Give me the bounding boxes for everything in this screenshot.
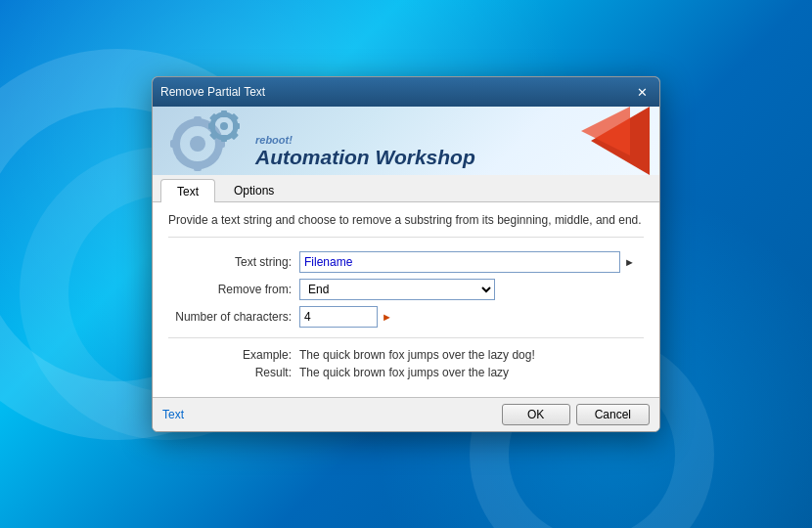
num-chars-container: ►	[299, 306, 620, 328]
example-value: The quick brown fox jumps over the lazy …	[299, 348, 644, 362]
num-chars-label: Number of characters:	[168, 310, 295, 324]
example-label: Example:	[168, 348, 295, 362]
result-label: Result:	[168, 366, 295, 379]
text-string-label: Text string:	[168, 255, 295, 269]
num-chars-arrow-icon[interactable]: ►	[382, 311, 392, 323]
description-text: Provide a text string and choose to remo…	[168, 212, 644, 238]
remove-from-label: Remove from:	[168, 283, 295, 296]
svg-rect-13	[221, 135, 227, 142]
result-value: The quick brown fox jumps over the lazy	[299, 366, 644, 379]
panel-content: Provide a text string and choose to remo…	[153, 202, 659, 397]
example-section: Example: The quick brown fox jumps over …	[168, 348, 644, 379]
svg-rect-3	[194, 161, 202, 171]
cancel-button[interactable]: Cancel	[576, 404, 650, 425]
dialog-overlay: Remove Partial Text ✕	[0, 0, 812, 528]
tab-options[interactable]: Options	[217, 179, 291, 201]
svg-rect-15	[233, 123, 240, 129]
svg-point-11	[220, 122, 228, 130]
tab-bar: Text Options	[153, 175, 659, 202]
svg-rect-14	[208, 123, 215, 129]
separator	[168, 337, 644, 338]
svg-point-1	[190, 136, 205, 152]
tab-text[interactable]: Text	[160, 179, 215, 202]
dialog-footer: Text OK Cancel	[153, 397, 659, 431]
form-grid: Text string: ► Remove from: Beginning Mi…	[168, 251, 644, 328]
remove-from-select[interactable]: Beginning Middle End	[299, 279, 495, 300]
dialog-title: Remove Partial Text	[160, 85, 265, 99]
btn-group: OK Cancel	[502, 404, 650, 425]
banner-gears-icon	[160, 107, 248, 175]
banner-brand: reboot! Automation Workshop	[255, 132, 475, 167]
banner: reboot! Automation Workshop	[153, 107, 659, 175]
footer-link[interactable]: Text	[162, 408, 184, 421]
num-chars-input[interactable]	[299, 306, 378, 328]
svg-rect-4	[170, 140, 180, 148]
dialog-window: Remove Partial Text ✕	[152, 76, 660, 432]
title-bar: Remove Partial Text ✕	[153, 77, 659, 107]
title-bar-controls: ✕	[632, 83, 652, 101]
svg-rect-12	[221, 110, 227, 117]
ok-button[interactable]: OK	[502, 404, 570, 425]
brand-title: Automation Workshop	[255, 147, 475, 167]
brand-prefix: reboot!	[255, 134, 293, 146]
banner-flag-icon	[571, 107, 650, 175]
close-button[interactable]: ✕	[632, 83, 652, 101]
text-string-input[interactable]	[299, 251, 620, 273]
svg-rect-2	[194, 116, 202, 126]
text-string-arrow-icon[interactable]: ►	[624, 256, 644, 268]
